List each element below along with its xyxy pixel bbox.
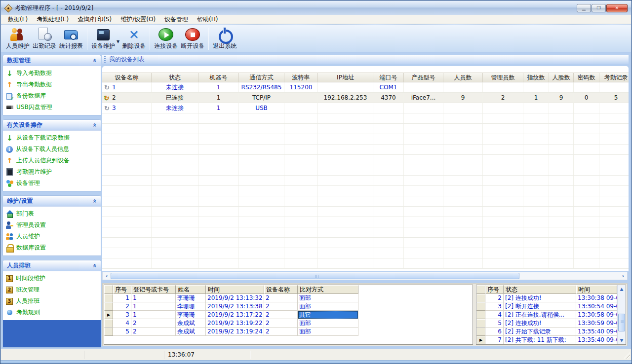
- table-cell[interactable]: [483, 103, 523, 113]
- table-cell[interactable]: 13:30:38 09-0: [576, 294, 617, 302]
- table-cell[interactable]: iFace7...: [404, 93, 443, 103]
- table-cell[interactable]: 2: [131, 319, 176, 328]
- sidebar-item-num1[interactable]: 1时间段维护: [4, 273, 101, 284]
- column-header-序号[interactable]: 序号: [113, 285, 131, 294]
- sidebar-item-arrow-down-green[interactable]: 从设备下载记录数据: [4, 132, 101, 144]
- table-cell[interactable]: 5: [113, 328, 131, 336]
- column-header-IP地址[interactable]: IP地址: [318, 73, 373, 82]
- table-cell[interactable]: 余成斌: [176, 319, 206, 328]
- table-row[interactable]: 4[2] 正在连接,请稍侯...13:30:58 09-0: [476, 311, 617, 319]
- table-cell[interactable]: [318, 82, 373, 92]
- table-cell[interactable]: 2: [264, 302, 298, 311]
- table-row[interactable]: ↻3未连接1USB: [102, 103, 629, 113]
- table-cell[interactable]: [404, 82, 443, 92]
- row-header-cell[interactable]: [476, 311, 485, 319]
- table-row[interactable]: 42余成斌2019/9/2 13:19:222面部: [104, 319, 473, 328]
- table-cell[interactable]: 3: [113, 311, 131, 319]
- sidebar-item-people-small[interactable]: 人员维护: [4, 231, 101, 242]
- column-header-考勤记录[interactable]: 考勤记录: [599, 73, 629, 82]
- collapse-chevron-icon[interactable]: «: [91, 199, 98, 203]
- table-cell[interactable]: 2: [483, 93, 523, 103]
- log-vertical-scrollbar[interactable]: ▲ ▼: [617, 285, 626, 344]
- column-header-密码数[interactable]: 密码数: [574, 73, 599, 82]
- toolbar-button-people[interactable]: 人员维护: [4, 27, 31, 51]
- table-cell[interactable]: 5: [599, 93, 629, 103]
- menu-item-4[interactable]: 设备管理: [160, 14, 193, 25]
- table-cell[interactable]: 13:30:54 09-0: [576, 302, 617, 311]
- menu-item-0[interactable]: 数据(F): [3, 14, 32, 25]
- column-header-人脸数[interactable]: 人脸数: [549, 73, 574, 82]
- table-cell[interactable]: [483, 82, 523, 92]
- table-cell[interactable]: [549, 103, 574, 113]
- table-row[interactable]: ↻1未连接1RS232/RS485115200COM1: [102, 82, 629, 93]
- table-cell[interactable]: 4: [113, 319, 131, 328]
- table-cell[interactable]: [284, 93, 318, 103]
- table-cell[interactable]: 1: [131, 294, 176, 302]
- table-cell[interactable]: 2019/9/2 13:19:22: [206, 319, 264, 328]
- table-cell[interactable]: 2: [264, 294, 298, 302]
- table-cell[interactable]: 1: [198, 103, 239, 113]
- collapse-chevron-icon[interactable]: «: [91, 123, 98, 127]
- column-header-设备名称[interactable]: 设备名称: [264, 285, 298, 294]
- menu-item-5[interactable]: 帮助(H): [193, 14, 222, 25]
- row-header-cell[interactable]: [476, 328, 485, 336]
- table-cell[interactable]: 2: [485, 294, 504, 302]
- table-cell[interactable]: 192.168.2.253: [318, 93, 373, 103]
- table-cell[interactable]: 面部: [298, 294, 358, 302]
- table-cell[interactable]: 1: [131, 311, 176, 319]
- column-header-指纹数[interactable]: 指纹数: [523, 73, 549, 82]
- sidebar-section-header[interactable]: 维护/设置«: [3, 196, 101, 207]
- table-cell[interactable]: 1: [523, 93, 549, 103]
- sidebar-item-num3[interactable]: 3人员排班: [4, 295, 101, 307]
- sidebar-item-admin-key[interactable]: 管理员设置: [4, 219, 101, 231]
- table-cell[interactable]: 4370: [373, 93, 404, 103]
- table-cell[interactable]: [574, 82, 599, 92]
- table-cell[interactable]: [373, 103, 404, 113]
- table-cell[interactable]: 2019/9/2 13:19:24: [206, 328, 264, 336]
- scroll-left-icon[interactable]: ‹: [103, 273, 111, 279]
- table-cell[interactable]: 余成斌: [176, 328, 206, 336]
- table-cell[interactable]: [523, 103, 549, 113]
- row-header-cell[interactable]: [104, 319, 113, 328]
- toolbar-button-report-folder[interactable]: 统计报表: [58, 27, 84, 51]
- scroll-right-icon[interactable]: ›: [619, 273, 627, 279]
- sidebar-section-header[interactable]: 数据管理«: [3, 55, 101, 66]
- sidebar-item-globe-download[interactable]: 从设备下载人员信息: [4, 144, 101, 155]
- column-header-产品型号[interactable]: 产品型号: [404, 73, 443, 82]
- scroll-up-icon[interactable]: ▲: [618, 285, 626, 293]
- table-cell[interactable]: 1: [198, 82, 239, 92]
- sidebar-section-header[interactable]: 有关设备操作«: [3, 120, 101, 131]
- table-cell[interactable]: 3: [485, 302, 504, 311]
- table-cell[interactable]: ↻3: [102, 103, 152, 113]
- table-cell[interactable]: 13:30:59 09-0: [576, 319, 617, 328]
- row-header-cell[interactable]: [476, 294, 485, 302]
- device-list-panel-header[interactable]: 我的设备列表: [102, 55, 629, 64]
- log-scrollbar-track[interactable]: [618, 293, 626, 336]
- sidebar-item-photo[interactable]: 考勤照片维护: [4, 166, 101, 178]
- column-header-时间[interactable]: 时间: [576, 285, 617, 294]
- table-row[interactable]: ▶31李珊珊2019/9/2 13:17:222其它: [104, 311, 473, 319]
- table-cell[interactable]: 2019/9/2 13:13:38: [206, 302, 264, 311]
- table-cell[interactable]: 9: [443, 93, 483, 103]
- table-cell[interactable]: 面部: [298, 328, 358, 336]
- table-row[interactable]: 3[2] 断开连接13:30:54 09-0: [476, 302, 617, 311]
- column-header-设备名称[interactable]: 设备名称: [102, 73, 152, 82]
- toolbar-button-device[interactable]: 设备维护: [90, 27, 117, 51]
- table-cell[interactable]: 面部: [298, 302, 358, 311]
- table-cell[interactable]: 1: [198, 93, 239, 103]
- table-row[interactable]: 21李珊珊2019/9/2 13:13:382面部: [104, 302, 473, 311]
- column-header-人员数[interactable]: 人员数: [443, 73, 483, 82]
- dropdown-arrow-icon[interactable]: ▼: [117, 39, 119, 44]
- toolbar-button-record-clock[interactable]: 出勤记录: [31, 27, 58, 51]
- table-cell[interactable]: RS232/RS485: [239, 82, 284, 92]
- column-header-时间[interactable]: 时间: [206, 285, 264, 294]
- row-header-cell[interactable]: ▶: [104, 311, 113, 319]
- table-cell[interactable]: 0: [574, 93, 599, 103]
- menu-item-2[interactable]: 查询/打印(S): [73, 14, 116, 25]
- sidebar-section-header[interactable]: 人员排班«: [3, 260, 101, 271]
- minimize-button[interactable]: ▁: [577, 4, 591, 12]
- table-row[interactable]: 6[2] 开始下载记录13:35:40 09-0: [476, 328, 617, 336]
- sidebar-item-arrow-up-orange[interactable]: 导出考勤数据: [4, 79, 101, 90]
- table-cell[interactable]: 9: [549, 93, 574, 103]
- table-cell[interactable]: 李珊珊: [176, 294, 206, 302]
